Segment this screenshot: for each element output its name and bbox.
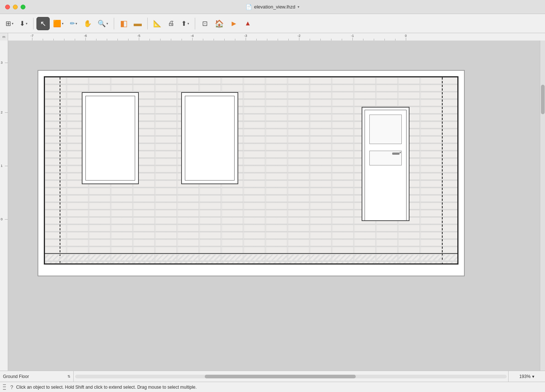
statusbar: Ground Floor ⇅ 193% ▾ xyxy=(0,371,545,382)
warning-icon: ▲ xyxy=(245,20,251,27)
ruler-tick-h--4 xyxy=(192,38,193,41)
help-icon[interactable]: ? xyxy=(10,384,13,390)
present-button[interactable]: ▶ xyxy=(227,17,240,30)
ruler-label-h--2: -2 xyxy=(298,34,300,38)
toolbar-sep-2 xyxy=(114,18,114,29)
ruler-unit: m xyxy=(3,35,6,39)
canvas-area[interactable] xyxy=(8,41,540,371)
ruler-label-h--7: -7 xyxy=(31,34,34,38)
ruler-label-h--6: -6 xyxy=(84,34,87,38)
toolbar-actions-group: 📐 🖨 ⬆ ▾ xyxy=(151,17,192,30)
ruler-top: -7-6-5-4-3-2-10 xyxy=(8,33,545,41)
view3d-icon: 🏠 xyxy=(215,19,224,28)
door-handle xyxy=(392,153,400,155)
floor-selector[interactable]: Ground Floor ⇅ xyxy=(0,371,74,382)
zoom-indicator[interactable]: 193% ▾ xyxy=(508,371,545,382)
door-frame-inner xyxy=(365,110,407,220)
fit-icon: ⊡ xyxy=(202,20,208,28)
zoom-arrow: ▾ xyxy=(532,374,534,379)
ruler-tick-h--7 xyxy=(32,38,32,41)
ruler-top-container: m -7-6-5-4-3-2-10 xyxy=(0,33,545,41)
dashed-line-left xyxy=(60,77,60,263)
status-handle xyxy=(3,384,6,391)
minimize-button[interactable] xyxy=(13,4,18,9)
toolbar-sep-4 xyxy=(195,18,195,29)
maximize-button[interactable] xyxy=(21,4,25,9)
vertical-scrollbar-thumb[interactable] xyxy=(541,85,545,114)
main-area: 3210 xyxy=(0,41,545,371)
toolbar-tools-group: ↖ 🟧 ▾ ✏ ▾ ✋ 🔍 ▾ xyxy=(36,17,111,30)
export-chevron-icon: ▾ xyxy=(26,22,28,25)
zoom-tool-button[interactable]: 🔍 ▾ xyxy=(95,17,111,30)
shape-tool-button[interactable]: 🟧 ▾ xyxy=(50,17,66,30)
panel-chevron-icon: ▾ xyxy=(12,22,14,25)
floor-selector-arrow: ⇅ xyxy=(67,374,70,378)
panel-button[interactable]: ⊞ ▾ xyxy=(3,17,16,30)
view3d-button[interactable]: 🏠 xyxy=(212,17,226,30)
ruler-label-h-0: 0 xyxy=(405,34,407,38)
toolbar-sep-1 xyxy=(33,18,34,29)
ruler-tick-h--1 xyxy=(352,38,353,41)
ruler-label-v-2: 2 xyxy=(1,111,3,114)
h-scrollbar-track[interactable] xyxy=(75,375,507,378)
export-icon: ⬇ xyxy=(20,20,25,28)
ruler-tick-h--3 xyxy=(246,38,246,41)
toolbar-view-group: ⊡ 🏠 ▶ ▲ xyxy=(198,17,254,30)
h-scrollbar-thumb[interactable] xyxy=(205,375,356,378)
ruler-label-h--4: -4 xyxy=(191,34,194,38)
measure-button[interactable]: 📐 xyxy=(151,17,164,30)
ruler-label-v-0: 0 xyxy=(1,217,3,221)
ruler-label-v-3: 3 xyxy=(1,61,3,64)
share-button[interactable]: ⬆ ▾ xyxy=(179,17,192,30)
object1-icon: ◧ xyxy=(120,19,128,28)
zoom-chevron-icon: ▾ xyxy=(106,22,108,25)
pan-icon: ✋ xyxy=(84,20,92,28)
print-button[interactable]: 🖨 xyxy=(165,17,178,30)
toolbar-sep-3 xyxy=(147,18,148,29)
door-handle-dot xyxy=(400,152,401,153)
ruler-tick-h-0 xyxy=(406,38,406,41)
shape-icon: 🟧 xyxy=(53,20,61,28)
scrollbar-right[interactable] xyxy=(540,41,545,371)
pan-tool-button[interactable]: ✋ xyxy=(81,17,94,30)
window-title: 📄 elevation_view.lhzd ▾ xyxy=(246,4,299,10)
elevation-view xyxy=(44,76,458,265)
ruler-tick-v-1 xyxy=(5,166,8,166)
window-center[interactable] xyxy=(181,92,238,184)
title-label: elevation_view.lhzd xyxy=(254,4,295,10)
window-left[interactable] xyxy=(82,92,139,184)
ruler-tick-h--2 xyxy=(299,38,299,41)
ruler-label-h--1: -1 xyxy=(351,34,354,38)
select-arrow-icon: ↖ xyxy=(40,19,46,28)
door-panel-top xyxy=(369,115,402,144)
infobar: ? Click an object to select. Hold Shift … xyxy=(0,382,545,392)
door-element[interactable] xyxy=(362,107,409,221)
fit-button[interactable]: ⊡ xyxy=(198,17,211,30)
ruler-corner: m xyxy=(0,33,8,41)
warning-button[interactable]: ▲ xyxy=(241,17,254,30)
object2-icon: ▬ xyxy=(134,19,142,28)
ruler-label-h--5: -5 xyxy=(137,34,140,38)
share-icon: ⬆ xyxy=(181,20,187,28)
title-chevron-icon[interactable]: ▾ xyxy=(298,5,299,9)
print-icon: 🖨 xyxy=(168,20,175,27)
draw-icon: ✏ xyxy=(70,20,75,27)
horizontal-scrollbar[interactable] xyxy=(74,371,508,382)
draw-chevron-icon: ▾ xyxy=(75,22,77,25)
zoom-icon: 🔍 xyxy=(98,20,106,28)
close-button[interactable] xyxy=(5,4,10,9)
status-message: Click an object to select. Hold Shift an… xyxy=(16,385,197,390)
object2-button[interactable]: ▬ xyxy=(131,17,144,30)
export-button[interactable]: ⬇ ▾ xyxy=(17,17,30,30)
window-left-inner xyxy=(85,96,135,181)
present-icon: ▶ xyxy=(232,20,236,27)
object1-button[interactable]: ◧ xyxy=(117,17,130,30)
titlebar: 📄 elevation_view.lhzd ▾ xyxy=(0,0,545,14)
zoom-level: 193% xyxy=(519,374,531,379)
dashed-line-right xyxy=(442,77,443,263)
select-tool-button[interactable]: ↖ xyxy=(36,17,50,30)
ruler-label-v-1: 1 xyxy=(1,164,3,168)
toolbar-objects-group: ◧ ▬ xyxy=(117,17,144,30)
ruler-tick-v-3 xyxy=(5,63,8,63)
draw-tool-button[interactable]: ✏ ▾ xyxy=(67,17,80,30)
